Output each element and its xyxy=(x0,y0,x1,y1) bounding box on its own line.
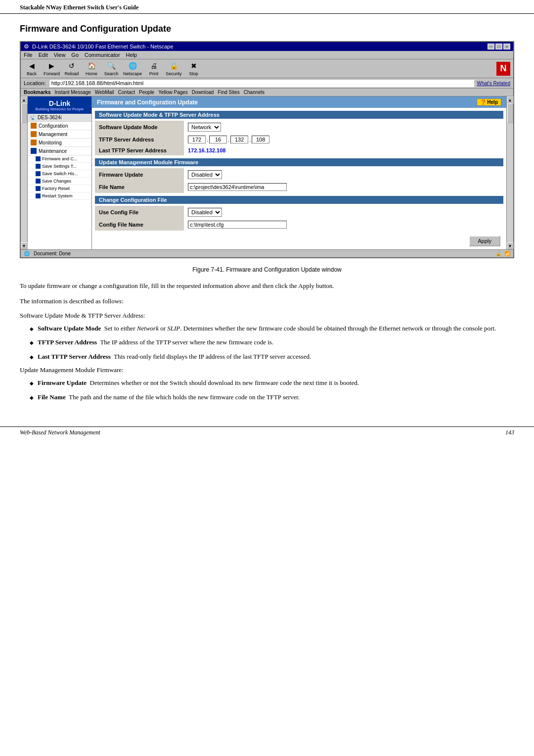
bullet-term-1: Software Update Mode xyxy=(38,325,101,332)
ip-octet-2[interactable] xyxy=(209,136,227,143)
netscape-icon: 🌐 xyxy=(127,61,138,71)
print-icon: 🖨 xyxy=(148,61,159,71)
firmware-update-select[interactable]: Disabled Enabled xyxy=(188,170,222,179)
scroll-up-btn[interactable]: ▲ xyxy=(21,96,28,103)
scroll-track xyxy=(21,103,27,242)
back-button[interactable]: ◀ Back xyxy=(24,61,40,76)
dlink-logo: D-Link Building Networks for People xyxy=(28,96,91,114)
minimize-button[interactable]: ─ xyxy=(488,44,494,49)
sidebar-subitem-save-settings[interactable]: Save Settings T... xyxy=(28,163,91,170)
help-button[interactable]: ❓ Help xyxy=(477,98,501,106)
sidebar-subitem-save-switch[interactable]: Save Switch His... xyxy=(28,170,91,178)
sidebar-maintenance-label: Maintenance xyxy=(39,148,67,154)
form-table-section3: Use Config File Disabled Enabled Config … xyxy=(95,206,506,231)
last-tftp-label: Last TFTP Server Address xyxy=(95,145,184,155)
save-changes-icon xyxy=(36,179,41,184)
status-icon-3: 📶 xyxy=(504,251,510,256)
back-icon: ◀ xyxy=(26,61,37,71)
dlink-logo-text: D-Link xyxy=(31,99,89,107)
sidebar-item-monitoring[interactable]: Monitoring xyxy=(28,139,91,147)
file-name-input[interactable] xyxy=(188,183,287,191)
sidebar-device-label: DES-3624i xyxy=(38,115,61,120)
sidebar-subitem-factory-reset[interactable]: Factory Reset xyxy=(28,185,91,192)
bookmark-webmail[interactable]: WebMail xyxy=(95,90,114,95)
browser-menubar: File Edit View Go Communicator Help xyxy=(21,51,513,59)
sw-update-mode-select[interactable]: Network SLIP xyxy=(188,123,221,132)
help-icon: ❓ xyxy=(480,99,486,105)
scroll-thumb-right[interactable] xyxy=(507,103,513,123)
list-item: ◆ Firmware Update Determines whether or … xyxy=(30,378,514,388)
sidebar-factory-reset-label: Factory Reset xyxy=(42,186,70,191)
scroll-up-right-btn[interactable]: ▲ xyxy=(507,96,514,103)
bookmarks-label: Bookmarks xyxy=(24,90,50,95)
search-button[interactable]: 🔍 Search xyxy=(103,61,119,76)
last-tftp-address: 172.16.132.108 xyxy=(188,147,225,153)
table-row: Last TFTP Server Address 172.16.132.108 xyxy=(95,145,506,155)
bookmarks-bar: Bookmarks Instant Message WebMail Contac… xyxy=(21,89,513,96)
menu-edit[interactable]: Edit xyxy=(39,52,48,58)
sidebar-item-configuration[interactable]: Configuration xyxy=(28,122,91,130)
firmware-update-value: Disabled Enabled xyxy=(184,168,506,181)
bookmark-find-sites[interactable]: Find Sites xyxy=(218,90,239,95)
netscape-button[interactable]: 🌐 Netscape xyxy=(123,61,142,76)
sidebar-subitem-firmware[interactable]: Firmware and C... xyxy=(28,155,91,163)
sidebar-item-management[interactable]: Management xyxy=(28,130,91,139)
menu-file[interactable]: File xyxy=(24,52,33,58)
menu-help[interactable]: Help xyxy=(126,52,137,58)
ip-octet-4[interactable] xyxy=(252,136,269,143)
ip-octet-1[interactable] xyxy=(188,136,206,143)
browser-titlebar: ⚙ D-Link DES-3624i 10/100 Fast Ethernet … xyxy=(21,42,513,51)
footer-right: 143 xyxy=(505,429,514,436)
config-file-name-input[interactable] xyxy=(188,221,287,229)
page-title: Firmware and Configuration Update xyxy=(20,24,514,34)
section1-header: Software Update Mode & TFTP Server Addre… xyxy=(95,111,503,119)
forward-button[interactable]: ▶ Forward xyxy=(44,61,60,76)
security-icon: 🔒 xyxy=(168,61,179,71)
home-button[interactable]: 🏠 Home xyxy=(84,61,99,76)
bookmark-instant-message[interactable]: Instant Message xyxy=(54,90,90,95)
apply-button[interactable]: Apply xyxy=(469,236,500,246)
home-icon: 🏠 xyxy=(86,61,97,71)
monitoring-icon xyxy=(31,140,37,145)
bookmark-download[interactable]: Download xyxy=(192,90,214,95)
sidebar-subitem-save-changes[interactable]: Save Changes xyxy=(28,178,91,185)
security-button[interactable]: 🔒 Security xyxy=(166,61,182,76)
bullet-term-5: File Name xyxy=(38,393,66,401)
whats-related[interactable]: What's Related xyxy=(477,81,511,86)
bookmark-people[interactable]: People xyxy=(139,90,154,95)
location-input[interactable] xyxy=(49,79,474,87)
bullet-icon: ◆ xyxy=(30,394,34,403)
scroll-down-btn[interactable]: ▼ xyxy=(21,242,28,249)
bullet-icon: ◆ xyxy=(30,379,34,388)
section2-title: Update Management Module Firmware xyxy=(99,159,198,165)
bookmark-channels[interactable]: Channels xyxy=(244,90,265,95)
section-label-2: Update Management Module Firmware: xyxy=(20,366,514,374)
sidebar-monitoring-label: Monitoring xyxy=(39,140,62,145)
close-button[interactable]: × xyxy=(503,44,510,49)
table-row: Software Update Mode Network SLIP xyxy=(95,121,506,134)
sidebar-subitem-restart[interactable]: Restart System xyxy=(28,192,91,200)
ip-octet-3[interactable] xyxy=(230,136,248,143)
print-button[interactable]: 🖨 Print xyxy=(146,61,162,76)
menu-communicator[interactable]: Communicator xyxy=(85,52,120,58)
figure-caption: Figure 7-41. Firmware and Configuration … xyxy=(20,266,514,273)
maximize-button[interactable]: □ xyxy=(495,44,502,49)
body-paragraph-1: To update firmware or change a configura… xyxy=(20,281,514,291)
use-config-select[interactable]: Disabled Enabled xyxy=(188,208,222,217)
status-text: Document: Done xyxy=(34,251,71,256)
stop-button[interactable]: ✖ Stop xyxy=(186,61,202,76)
list-item: ◆ TFTP Server Address The IP address of … xyxy=(30,337,514,348)
browser-window: ⚙ D-Link DES-3624i 10/100 Fast Ethernet … xyxy=(20,41,514,258)
scroll-thumb[interactable] xyxy=(21,103,27,123)
panel-header: Firmware and Configuration Update ❓ Help xyxy=(92,96,506,108)
bookmark-contact[interactable]: Contact xyxy=(118,90,135,95)
sidebar-item-maintenance[interactable]: Maintenance xyxy=(28,147,91,155)
bookmark-yellow-pages[interactable]: Yellow Pages xyxy=(158,90,188,95)
scroll-down-right-btn[interactable]: ▼ xyxy=(507,242,514,249)
reload-button[interactable]: ↺ Reload xyxy=(64,61,80,76)
menu-go[interactable]: Go xyxy=(71,52,79,58)
bullet-list-2: ◆ Firmware Update Determines whether or … xyxy=(30,378,514,403)
sidebar-device[interactable]: 📡 DES-3624i xyxy=(28,114,91,122)
menu-view[interactable]: View xyxy=(54,52,66,58)
location-label: Location: xyxy=(24,80,46,86)
